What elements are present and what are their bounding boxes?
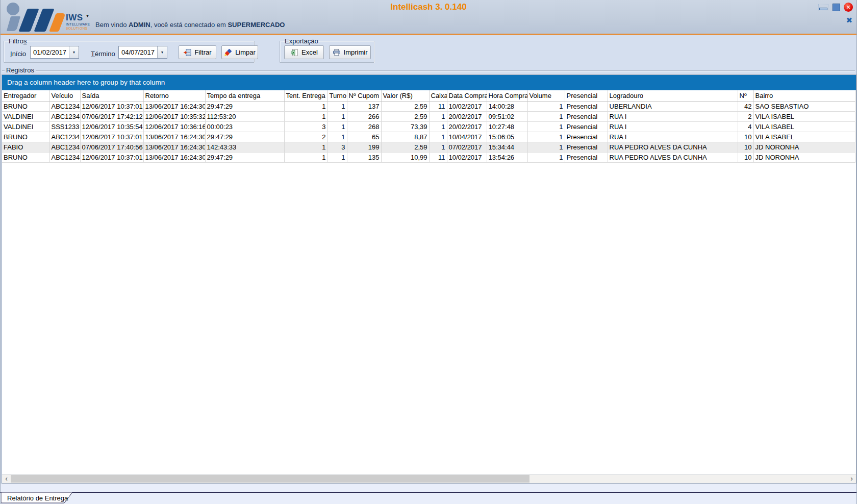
grid-cell[interactable]: JD NORONHA — [753, 152, 855, 162]
grid-cell[interactable]: 11 — [429, 101, 447, 111]
grid-cell[interactable]: UBERLANDIA — [608, 101, 738, 111]
grid-column-header[interactable]: Saída — [80, 90, 143, 101]
grid-cell[interactable]: 10 — [738, 152, 753, 162]
table-row[interactable]: BRUNOABC123412/06/2017 10:37:0113/06/201… — [2, 101, 855, 111]
grid-column-header[interactable]: Retorno — [143, 90, 205, 101]
grid-cell[interactable]: 142:43:33 — [205, 142, 284, 152]
grid-cell[interactable]: 12/06/2017 10:37:01 — [80, 132, 143, 142]
grid-column-header[interactable]: Hora Compra — [487, 90, 527, 101]
minimize-button[interactable] — [818, 5, 828, 11]
grid-column-header[interactable]: Entregador — [2, 90, 49, 101]
grid-cell[interactable]: 12/06/2017 10:36:16 — [143, 121, 205, 132]
grid-cell[interactable]: 13/06/2017 16:24:30 — [143, 152, 205, 162]
grid-cell[interactable]: 1 — [327, 111, 347, 121]
grid-cell[interactable]: 29:47:29 — [205, 101, 284, 111]
grid-cell[interactable]: 07/06/2017 17:42:12 — [80, 111, 143, 121]
grid-cell[interactable]: VILA ISABEL — [753, 132, 855, 142]
grid-column-header[interactable]: Volume — [527, 90, 565, 101]
grid-cell[interactable]: 1 — [284, 142, 327, 152]
termino-dropdown-icon[interactable]: ▼ — [157, 46, 167, 58]
grid-cell[interactable]: 12/06/2017 10:35:32 — [143, 111, 205, 121]
termino-date-input[interactable] — [119, 46, 157, 58]
grid-cell[interactable]: 13:54:26 — [487, 152, 527, 162]
grid-cell[interactable]: 1 — [527, 152, 565, 162]
grid-cell[interactable]: 00:00:23 — [205, 121, 284, 132]
imprimir-button[interactable]: Imprimir — [329, 45, 371, 59]
grid-cell[interactable]: 65 — [347, 132, 381, 142]
grid-cell[interactable]: 1 — [429, 121, 447, 132]
grid-cell[interactable]: Presencial — [565, 101, 608, 111]
grid-cell[interactable]: 137 — [347, 101, 381, 111]
logo-menu-caret-icon[interactable]: ▾ — [86, 13, 89, 18]
grid-cell[interactable]: 3 — [327, 142, 347, 152]
grid-cell[interactable]: Presencial — [565, 152, 608, 162]
maximize-button[interactable] — [833, 4, 840, 11]
grid-cell[interactable]: Presencial — [565, 142, 608, 152]
grid-cell[interactable]: 11 — [429, 152, 447, 162]
grid-cell[interactable]: 14:00:28 — [487, 101, 527, 111]
grid-cell[interactable]: VILA ISABEL — [753, 121, 855, 132]
grid-cell[interactable]: 10,99 — [381, 152, 429, 162]
horizontal-scrollbar[interactable]: ‹ › — [2, 474, 856, 483]
grid-column-header[interactable]: Tempo da entrega — [205, 90, 284, 101]
scroll-left-icon[interactable]: ‹ — [2, 474, 11, 483]
grid-cell[interactable]: ABC1234 — [49, 101, 80, 111]
grid-cell[interactable]: 10 — [738, 132, 753, 142]
grid-cell[interactable]: RUA PEDRO ALVES DA CUNHA — [608, 142, 738, 152]
inicio-date-input[interactable] — [31, 46, 69, 58]
grid-cell[interactable]: 29:47:29 — [205, 152, 284, 162]
grid-cell[interactable]: 2,59 — [381, 111, 429, 121]
grid-cell[interactable]: 10/04/2017 — [447, 132, 487, 142]
grid-cell[interactable]: VALDINEI — [2, 121, 49, 132]
table-row[interactable]: VALDINEIABC123407/06/2017 17:42:1212/06/… — [2, 111, 855, 121]
grid-cell[interactable]: 112:53:20 — [205, 111, 284, 121]
table-row[interactable]: FABIOABC123407/06/2017 17:40:5613/06/201… — [2, 142, 855, 152]
scroll-right-icon[interactable]: › — [847, 474, 856, 483]
inicio-dropdown-icon[interactable]: ▼ — [69, 46, 79, 58]
grid-cell[interactable]: 29:47:29 — [205, 132, 284, 142]
grid-cell[interactable]: 12/06/2017 10:37:01 — [80, 152, 143, 162]
excel-button[interactable]: Excel — [284, 45, 324, 59]
grid-cell[interactable]: 20/02/2017 — [447, 121, 487, 132]
grid-cell[interactable]: 8,87 — [381, 132, 429, 142]
grid-cell[interactable]: 1 — [429, 132, 447, 142]
grid-cell[interactable]: 10 — [738, 142, 753, 152]
grid-cell[interactable]: 135 — [347, 152, 381, 162]
grid-column-header[interactable]: Presencial — [565, 90, 608, 101]
grid-cell[interactable]: 1 — [284, 101, 327, 111]
table-row[interactable]: VALDINEISSS123312/06/2017 10:35:5412/06/… — [2, 121, 855, 132]
filtrar-button[interactable]: Filtrar — [179, 45, 216, 59]
grid-cell[interactable]: Presencial — [565, 121, 608, 132]
grid-cell[interactable]: FABIO — [2, 142, 49, 152]
grid-cell[interactable]: 10/02/2017 — [447, 152, 487, 162]
grid-cell[interactable]: 1 — [527, 121, 565, 132]
grid-cell[interactable]: JD NORONHA — [753, 142, 855, 152]
grid-cell[interactable]: 1 — [284, 111, 327, 121]
grid-cell[interactable]: VILA ISABEL — [753, 111, 855, 121]
grid-cell[interactable]: 42 — [738, 101, 753, 111]
grid-cell[interactable]: RUA I — [608, 111, 738, 121]
grid-cell[interactable]: 2,59 — [381, 101, 429, 111]
close-view-icon[interactable]: ✖ — [846, 16, 852, 25]
grid-cell[interactable]: 12/06/2017 10:35:54 — [80, 121, 143, 132]
grid-cell[interactable]: 15:34:44 — [487, 142, 527, 152]
table-row[interactable]: BRUNOABC123412/06/2017 10:37:0113/06/201… — [2, 152, 855, 162]
grid-column-header[interactable]: Veículo — [49, 90, 80, 101]
grid-cell[interactable]: 1 — [429, 142, 447, 152]
grid-cell[interactable]: 1 — [527, 111, 565, 121]
grid-cell[interactable]: 268 — [347, 121, 381, 132]
grid-cell[interactable]: 13/06/2017 16:24:30 — [143, 132, 205, 142]
grid-cell[interactable]: ABC1234 — [49, 132, 80, 142]
grid-cell[interactable]: 12/06/2017 10:37:01 — [80, 101, 143, 111]
grid-cell[interactable]: ABC1234 — [49, 111, 80, 121]
grid-cell[interactable]: 1 — [429, 111, 447, 121]
grid-cell[interactable]: VALDINEI — [2, 111, 49, 121]
grid-column-header[interactable]: Valor (R$) — [381, 90, 429, 101]
limpar-button[interactable]: Limpar — [221, 45, 258, 59]
grid-cell[interactable]: 199 — [347, 142, 381, 152]
grid-cell[interactable]: 09:51:02 — [487, 111, 527, 121]
grid-cell[interactable]: RUA I — [608, 121, 738, 132]
grid-cell[interactable]: 10/02/2017 — [447, 101, 487, 111]
grid-column-header[interactable]: Nº Cupom — [347, 90, 381, 101]
grid-cell[interactable]: BRUNO — [2, 132, 49, 142]
